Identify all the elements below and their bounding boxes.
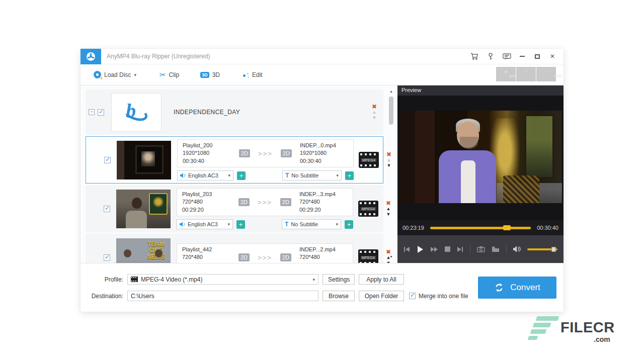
app-logo bbox=[80, 49, 101, 64]
preview-controls bbox=[397, 235, 564, 263]
disc-add-icon bbox=[94, 71, 101, 78]
fast-forward-button[interactable] bbox=[430, 246, 438, 252]
load-disc-button[interactable]: Load Disc ▾ bbox=[94, 71, 136, 78]
chevron-down-icon: ▾ bbox=[312, 277, 315, 282]
playlist-row[interactable]: Playlist_200 1920*1080 00:30:40 2D >>> 2… bbox=[86, 136, 383, 184]
output-resolution: 1920*1080 bbox=[300, 149, 348, 157]
subtitle-select[interactable]: T No Subtitle ▾ bbox=[282, 170, 342, 180]
disc-row[interactable]: − b INDEPENDENCE_DAY ✖ ▲ ▼ bbox=[86, 89, 383, 135]
prev-frame-button[interactable] bbox=[404, 246, 410, 252]
output-info: INDEP...2.mp4 720*480 00:51:08 bbox=[299, 246, 348, 263]
merge-checkbox[interactable] bbox=[409, 293, 416, 299]
maximize-button[interactable] bbox=[533, 53, 541, 60]
total-time: 00:30:40 bbox=[537, 225, 558, 231]
watermark-tld: .com bbox=[594, 335, 610, 343]
disc-name: INDEPENDENCE_DAY bbox=[174, 109, 240, 116]
add-subtitle-button[interactable]: + bbox=[345, 220, 353, 229]
amd-badge: ⌁AMD bbox=[536, 67, 556, 81]
source-resolution: 720*480 bbox=[182, 198, 230, 206]
output-name: INDEP...2.mp4 bbox=[299, 246, 348, 253]
disc-checkbox[interactable] bbox=[98, 109, 104, 116]
3d-button[interactable]: 3D 3D bbox=[200, 71, 220, 78]
clip-button[interactable]: ✂ Clip bbox=[159, 71, 179, 78]
scroll-up-arrow[interactable]: ▲ bbox=[388, 88, 394, 95]
subtitle-select[interactable]: T No Subtitle ▾ bbox=[282, 219, 341, 229]
conversion-info-card: Playlist_203 720*480 00:29:20 2D >>> 2D … bbox=[177, 188, 353, 216]
add-audio-button[interactable]: + bbox=[237, 171, 246, 180]
destination-input[interactable] bbox=[127, 291, 318, 301]
format-filmstrip-badge: MPEG4 bbox=[359, 152, 379, 168]
playlist-row[interactable]: TEAM ONE NEWS Playlist_442 720*480 00:51… bbox=[86, 234, 383, 263]
merge-checkbox-row[interactable]: Merge into one file bbox=[409, 293, 468, 300]
output-name: INDEP...3.mp4 bbox=[299, 191, 348, 198]
edit-button[interactable]: Edit bbox=[242, 71, 263, 78]
delete-disc-icon[interactable]: ✖ bbox=[372, 104, 377, 109]
speaker-icon bbox=[180, 222, 185, 227]
list-scrollbar[interactable]: ▲ ▼ bbox=[388, 88, 394, 260]
row-checkbox[interactable] bbox=[104, 206, 110, 212]
format-filmstrip-badge: MPEG4 bbox=[358, 201, 378, 217]
open-folder-button[interactable]: Open Folder bbox=[359, 291, 404, 301]
next-frame-button[interactable] bbox=[457, 246, 463, 252]
desktop: AnyMP4 Blu-ray Ripper (Unregistered) ✕ bbox=[0, 0, 644, 362]
row-checkbox[interactable] bbox=[104, 157, 111, 163]
convert-button[interactable]: Convert bbox=[478, 277, 556, 299]
title-list: − b INDEPENDENCE_DAY ✖ ▲ ▼ bbox=[80, 85, 397, 263]
output-info: INDEP...0.mp4 1920*1080 00:30:40 bbox=[300, 142, 348, 165]
app-window: AnyMP4 Blu-ray Ripper (Unregistered) ✕ bbox=[80, 49, 564, 312]
transfer-arrows: >>> bbox=[258, 199, 272, 206]
volume-slider[interactable] bbox=[527, 248, 557, 250]
scrollbar-thumb[interactable] bbox=[389, 97, 393, 125]
add-subtitle-button[interactable]: + bbox=[345, 171, 354, 180]
output-duration: 00:29:20 bbox=[299, 206, 348, 214]
feedback-icon[interactable] bbox=[502, 52, 511, 60]
row-checkbox[interactable] bbox=[104, 254, 110, 261]
output-2d-badge: 2D bbox=[280, 253, 291, 261]
seek-slider[interactable] bbox=[430, 227, 531, 229]
source-duration: 00:29:20 bbox=[182, 206, 230, 214]
preview-progress-handle[interactable] bbox=[503, 225, 511, 230]
volume-handle[interactable] bbox=[551, 247, 556, 252]
audio-track-value: English AC3 bbox=[188, 172, 218, 178]
cart-icon[interactable] bbox=[470, 52, 479, 60]
profile-select[interactable]: MPEG-4 Video (*.mp4) ▾ bbox=[127, 274, 318, 285]
open-snapshot-folder-button[interactable] bbox=[492, 246, 500, 252]
snapshot-camera-button[interactable] bbox=[477, 246, 485, 252]
format-filmstrip-badge: MPEG4 bbox=[358, 249, 378, 263]
playlist-row[interactable]: Playlist_203 720*480 00:29:20 2D >>> 2D … bbox=[86, 185, 383, 232]
video-thumbnail bbox=[117, 141, 171, 179]
video-thumbnail: TEAM ONE NEWS bbox=[116, 238, 171, 263]
source-info: Playlist_203 720*480 00:29:20 bbox=[182, 191, 230, 214]
settings-button[interactable]: Settings bbox=[323, 274, 355, 285]
audio-track-select[interactable]: English AC3 ▾ bbox=[177, 219, 233, 229]
apply-to-all-button[interactable]: Apply to All bbox=[359, 274, 404, 285]
profile-value: MPEG-4 Video (*.mp4) bbox=[141, 276, 203, 283]
video-thumbnail bbox=[116, 190, 171, 228]
close-button[interactable]: ✕ bbox=[548, 53, 556, 60]
play-button[interactable] bbox=[417, 245, 424, 253]
register-key-icon[interactable] bbox=[486, 52, 495, 60]
toolbar: Load Disc ▾ ✂ Clip 3D 3D Edit ◉NVIDIA ⬭I… bbox=[80, 64, 564, 85]
source-name: Playlist_200 bbox=[183, 142, 231, 149]
source-resolution: 1920*1080 bbox=[183, 149, 231, 157]
3d-label: 3D bbox=[212, 71, 220, 78]
output-info: INDEP...3.mp4 720*480 00:29:20 bbox=[299, 191, 348, 214]
browse-button[interactable]: Browse bbox=[323, 291, 355, 301]
divider bbox=[506, 245, 507, 254]
collapse-toggle[interactable]: − bbox=[89, 109, 95, 115]
film-reel-icon bbox=[87, 52, 95, 61]
chevron-down-icon: ▾ bbox=[336, 222, 338, 227]
source-2d-badge: 2D bbox=[238, 253, 250, 261]
preview-panel: Preview 00:23:19 00:30:40 bbox=[397, 85, 564, 263]
audio-track-select[interactable]: English AC3 ▾ bbox=[177, 170, 233, 180]
nvidia-icon: ◉ bbox=[504, 70, 508, 74]
move-up-icon: ▲ bbox=[372, 110, 377, 115]
minimize-button[interactable] bbox=[518, 53, 526, 60]
scroll-down-arrow[interactable]: ▼ bbox=[388, 254, 394, 260]
window-title: AnyMP4 Blu-ray Ripper (Unregistered) bbox=[107, 53, 210, 60]
volume-speaker-icon[interactable] bbox=[513, 246, 521, 252]
stop-button[interactable] bbox=[445, 246, 450, 252]
scissors-icon: ✂ bbox=[159, 71, 166, 78]
add-audio-button[interactable]: + bbox=[236, 220, 245, 229]
chevron-down-icon: ▾ bbox=[228, 173, 230, 178]
